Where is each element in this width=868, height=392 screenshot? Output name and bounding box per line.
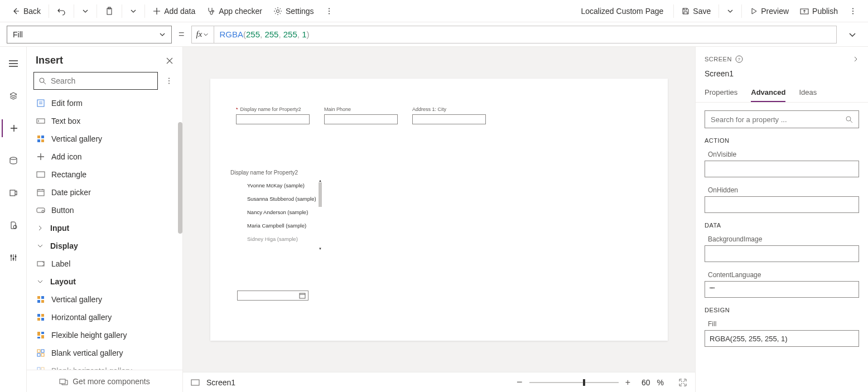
rail-data-button[interactable] — [2, 87, 25, 105]
gallery-row[interactable]: Yvonne McKay (sample) — [230, 179, 322, 192]
insert-item-layout-flex[interactable]: Flexible height gallery — [27, 326, 182, 344]
svg-point-6 — [329, 13, 330, 14]
rail-insert-button[interactable] — [2, 119, 25, 137]
insert-group-layout[interactable]: Layout — [27, 273, 182, 291]
app-checker-button[interactable]: App checker — [202, 2, 267, 20]
field-onhidden-input[interactable] — [705, 196, 859, 213]
gallery-row[interactable]: Susanna Stubberod (sample) — [230, 192, 322, 206]
settings-button[interactable]: Settings — [269, 2, 319, 20]
rail-database-button[interactable] — [2, 152, 25, 170]
formula-input[interactable]: RGBA(255, 255, 255, 1) — [214, 30, 836, 40]
save-button[interactable]: Save — [677, 2, 715, 20]
separator — [122, 4, 122, 18]
property-search-input[interactable] — [711, 115, 845, 124]
insert-item-layout-blank-h[interactable]: Blank horizontal gallery — [27, 362, 182, 370]
insert-group-display[interactable]: Display — [27, 237, 182, 255]
svg-rect-39 — [41, 318, 44, 321]
svg-point-13 — [13, 225, 17, 229]
form-input[interactable] — [412, 114, 486, 124]
form-input[interactable] — [324, 114, 398, 124]
undo-button[interactable] — [52, 2, 70, 20]
fx-label[interactable]: fx — [192, 26, 214, 43]
svg-point-10 — [852, 13, 853, 14]
insert-item-vertical-gallery[interactable]: Vertical gallery — [27, 130, 182, 148]
insert-scrollbar[interactable] — [178, 122, 182, 234]
svg-point-18 — [168, 78, 170, 79]
tab-ideas[interactable]: Ideas — [799, 85, 817, 102]
back-button[interactable]: Back — [7, 2, 45, 20]
separator — [741, 4, 742, 18]
insert-item-text-box[interactable]: Text box — [27, 112, 182, 130]
insert-item-rectangle[interactable]: Rectangle — [27, 166, 182, 183]
scroll-thumb[interactable] — [319, 182, 322, 207]
rail-media-button[interactable] — [2, 184, 25, 202]
add-data-button[interactable]: Add data — [148, 2, 200, 20]
paste-button[interactable] — [100, 2, 118, 20]
help-icon[interactable]: ? — [735, 55, 743, 63]
insert-item-button[interactable]: Button — [27, 201, 182, 219]
field-contentlang-input[interactable]: "" — [705, 281, 859, 298]
insert-item-layout-hgallery[interactable]: Horizontal gallery — [27, 308, 182, 326]
property-selector[interactable]: Fill — [7, 26, 172, 43]
insert-more-button[interactable] — [162, 72, 176, 90]
tree-icon — [8, 60, 18, 67]
svg-rect-44 — [37, 350, 40, 352]
insert-search-box[interactable] — [33, 72, 158, 90]
fit-button[interactable] — [678, 378, 687, 387]
field-onvisible-input[interactable] — [705, 161, 859, 177]
rail-tools-button[interactable] — [2, 249, 25, 267]
insert-item-label: Rectangle — [51, 170, 86, 179]
svg-rect-22 — [37, 119, 45, 123]
field-bgimage-input[interactable] — [705, 245, 859, 262]
blank-vgallery-icon — [36, 348, 46, 358]
tab-advanced[interactable]: Advanced — [751, 85, 785, 102]
zoom-out-button[interactable]: − — [517, 376, 523, 388]
save-menu-button[interactable] — [722, 2, 738, 20]
insert-group-input[interactable]: Input — [27, 219, 182, 237]
gallery-row[interactable]: Sidney Higa (sample) — [230, 233, 322, 246]
zoom-slider[interactable] — [529, 382, 619, 383]
insert-item-edit-form[interactable]: Edit form — [27, 94, 182, 112]
insert-item-label: Horizontal gallery — [51, 313, 112, 322]
close-icon[interactable] — [166, 57, 173, 65]
publish-label: Publish — [812, 7, 838, 16]
svg-rect-51 — [300, 293, 305, 298]
preview-button[interactable]: Preview — [745, 2, 793, 20]
rail-variables-button[interactable] — [2, 216, 25, 234]
insert-item-label[interactable]: Label — [27, 255, 182, 273]
date-picker[interactable] — [237, 291, 308, 301]
undo-menu-button[interactable] — [78, 2, 93, 20]
field-fill-input[interactable]: RGBA(255, 255, 255, 1) — [705, 330, 859, 347]
chevron-down-icon — [82, 8, 89, 14]
insert-item-layout-blank-v[interactable]: Blank vertical gallery — [27, 344, 182, 362]
separator — [97, 4, 97, 18]
gallery-row[interactable]: Maria Campbell (sample) — [230, 219, 322, 233]
paste-menu-button[interactable] — [126, 2, 141, 20]
rail-tree-button[interactable] — [2, 55, 25, 72]
insert-item-label: Button — [51, 206, 74, 215]
preview-label: Preview — [761, 7, 789, 16]
overflow-button[interactable] — [321, 2, 337, 20]
canvas-stage[interactable]: *Display name for Property2 Main Phone A… — [183, 47, 695, 372]
zoom-in-button[interactable]: + — [625, 378, 630, 388]
gallery-scrollbar[interactable]: ▲ ▼ — [319, 179, 322, 250]
get-more-components[interactable]: Get more components — [27, 370, 182, 392]
property-search-box[interactable] — [705, 110, 859, 128]
left-rail — [0, 47, 27, 392]
chevron-right-icon[interactable] — [852, 56, 859, 62]
insert-search-input[interactable] — [51, 76, 153, 85]
scroll-down-arrow[interactable]: ▼ — [319, 247, 322, 250]
formula-expand-button[interactable] — [843, 26, 861, 43]
overflow-right-button[interactable] — [845, 2, 861, 20]
svg-rect-35 — [41, 300, 44, 303]
gallery-row[interactable]: Nancy Anderson (sample) — [230, 206, 322, 219]
app-checker-label: App checker — [219, 7, 262, 16]
insert-item-add-icon[interactable]: Add icon — [27, 148, 182, 166]
insert-item-layout-vgallery[interactable]: Vertical gallery — [27, 291, 182, 308]
form-input[interactable] — [236, 114, 310, 124]
tab-properties[interactable]: Properties — [705, 85, 737, 102]
publish-button[interactable]: Publish — [795, 2, 842, 20]
gallery[interactable]: Yvonne McKay (sample) Susanna Stubberod … — [230, 179, 322, 250]
canvas-screen[interactable]: *Display name for Property2 Main Phone A… — [210, 79, 668, 341]
insert-item-date-picker[interactable]: Date picker — [27, 183, 182, 201]
